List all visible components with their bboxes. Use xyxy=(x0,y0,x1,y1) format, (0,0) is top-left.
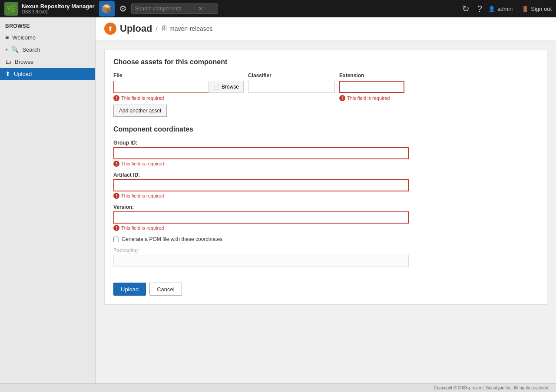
artifact-id-field: Artifact ID: ! This field is required xyxy=(113,172,538,199)
generate-pom-row: Generate a POM file with these coordinat… xyxy=(113,236,538,242)
top-navigation: 🌿 Nexus Repository Manager OSS 3.9.0-01 … xyxy=(0,0,556,17)
assets-input-row: 📄 Browse xyxy=(113,81,538,93)
user-avatar-icon: 👤 xyxy=(488,6,495,12)
group-id-error: ! This field is required xyxy=(113,161,538,167)
sidebar-item-search-label: Search xyxy=(22,46,40,53)
file-input-group: 📄 Browse xyxy=(113,81,244,93)
artifact-id-error-icon: ! xyxy=(113,193,119,199)
search-input[interactable] xyxy=(135,6,196,12)
group-id-field: Group ID: ! This field is required xyxy=(113,140,538,167)
version-input[interactable] xyxy=(113,211,409,224)
nav-cube-icon[interactable]: 📦 xyxy=(99,1,115,16)
coords-section-title: Component coordinates xyxy=(113,125,538,133)
file-error-text: This field is required xyxy=(121,96,164,101)
file-text-input[interactable] xyxy=(113,81,208,93)
generate-pom-label: Generate a POM file with these coordinat… xyxy=(122,236,222,242)
packaging-input[interactable] xyxy=(113,255,409,267)
page-title: Upload xyxy=(120,23,152,34)
generate-pom-checkbox[interactable] xyxy=(113,237,119,242)
group-id-error-icon: ! xyxy=(113,161,119,167)
signout-button[interactable]: 🚪 Sign out xyxy=(517,6,552,12)
assets-section-title: Choose assets for this component xyxy=(113,58,538,66)
col-classifier-label: Classifier xyxy=(248,72,335,79)
page-header: ⬆ Upload / 🗄 maven-releases xyxy=(96,17,556,40)
sidebar-item-welcome-label: Welcome xyxy=(12,34,36,41)
search-expand-icon: + xyxy=(5,47,8,52)
artifact-id-error-text: This field is required xyxy=(121,193,164,198)
signout-icon: 🚪 xyxy=(522,6,529,12)
browse-file-icon: 📄 xyxy=(213,84,220,90)
add-asset-button[interactable]: Add another asset xyxy=(113,105,167,117)
help-icon[interactable]: ? xyxy=(476,2,484,16)
search-icon: 🔍 xyxy=(11,46,19,53)
browse-button[interactable]: 📄 Browse xyxy=(208,81,244,93)
extension-error-icon: ! xyxy=(339,95,345,101)
repo-icon: 🗄 xyxy=(161,25,167,32)
form-card: Choose assets for this component File Cl… xyxy=(104,49,547,305)
browse-icon: 🗂 xyxy=(5,58,11,65)
settings-icon[interactable]: ⚙ xyxy=(119,3,127,14)
sidebar-section-title: Browse xyxy=(0,20,95,31)
upload-icon: ⬆ xyxy=(5,70,10,77)
file-error-icon: ! xyxy=(113,95,119,101)
artifact-id-input[interactable] xyxy=(113,179,409,191)
group-id-label: Group ID: xyxy=(113,140,538,146)
breadcrumb-separator: / xyxy=(156,25,158,33)
search-box[interactable]: ✕ xyxy=(131,3,218,14)
upload-button[interactable]: Upload xyxy=(113,283,146,296)
user-menu[interactable]: 👤 admin xyxy=(488,6,513,12)
browse-label: Browse xyxy=(222,84,239,90)
footer-text: Copyright © 2008-present, Sonatype Inc. … xyxy=(434,385,549,390)
welcome-icon: ≡ xyxy=(5,34,9,41)
artifact-id-label: Artifact ID: xyxy=(113,172,538,178)
breadcrumb-repo: 🗄 maven-releases xyxy=(161,25,213,32)
sidebar-item-search[interactable]: + 🔍 Search xyxy=(0,43,95,56)
main-content: ⬆ Upload / 🗄 maven-releases Choose asset… xyxy=(96,17,556,392)
sidebar: Browse ≡ Welcome + 🔍 Search 🗂 Browse ⬆ U… xyxy=(0,17,96,392)
cancel-button[interactable]: Cancel xyxy=(149,283,182,296)
assets-table-header: File Classifier Extension xyxy=(113,72,538,79)
app-version: OSS 3.9.0-01 xyxy=(22,10,95,14)
version-label: Version: xyxy=(113,204,538,210)
upload-header-icon: ⬆ xyxy=(104,23,116,35)
packaging-field: Packaging: xyxy=(113,247,538,267)
repo-name: maven-releases xyxy=(169,25,213,32)
sidebar-item-upload[interactable]: ⬆ Upload xyxy=(0,68,95,80)
col-extension-label: Extension xyxy=(339,72,404,79)
sidebar-item-browse-label: Browse xyxy=(15,59,33,65)
main-layout: Browse ≡ Welcome + 🔍 Search 🗂 Browse ⬆ U… xyxy=(0,17,556,392)
coords-section: Component coordinates Group ID: ! This f… xyxy=(113,125,538,267)
extension-input[interactable] xyxy=(339,81,404,93)
app-title: Nexus Repository Manager xyxy=(22,3,95,10)
version-error-icon: ! xyxy=(113,225,119,231)
brand-text: Nexus Repository Manager OSS 3.9.0-01 xyxy=(22,3,95,15)
version-error: ! This field is required xyxy=(113,225,538,231)
extension-error-text: This field is required xyxy=(347,96,390,101)
assets-error-row: ! This field is required ! This field is… xyxy=(113,95,538,101)
artifact-id-error: ! This field is required xyxy=(113,193,538,199)
group-id-input[interactable] xyxy=(113,147,409,159)
footer: Copyright © 2008-present, Sonatype Inc. … xyxy=(0,383,556,392)
sidebar-item-upload-label: Upload xyxy=(14,71,32,77)
version-field: Version: ! This field is required xyxy=(113,204,538,231)
col-file-label: File xyxy=(113,72,244,79)
packaging-label: Packaging: xyxy=(113,247,538,254)
action-row: Upload Cancel xyxy=(113,276,538,296)
sidebar-item-welcome[interactable]: ≡ Welcome xyxy=(0,31,95,43)
signout-label: Sign out xyxy=(531,6,552,12)
refresh-icon[interactable]: ↻ xyxy=(460,2,471,16)
user-label: admin xyxy=(497,6,513,12)
file-error-message: ! This field is required xyxy=(113,95,244,101)
version-error-text: This field is required xyxy=(121,225,164,231)
extension-error-message: ! This field is required xyxy=(339,95,404,101)
group-id-error-text: This field is required xyxy=(121,161,164,166)
sidebar-item-browse[interactable]: 🗂 Browse xyxy=(0,56,95,68)
brand-icon: 🌿 xyxy=(4,2,18,16)
generate-pom-text: Generate a POM file with these coordinat… xyxy=(122,236,222,242)
classifier-input[interactable] xyxy=(248,81,335,93)
search-clear-icon[interactable]: ✕ xyxy=(198,5,203,12)
brand-area: 🌿 Nexus Repository Manager OSS 3.9.0-01 xyxy=(4,2,95,16)
